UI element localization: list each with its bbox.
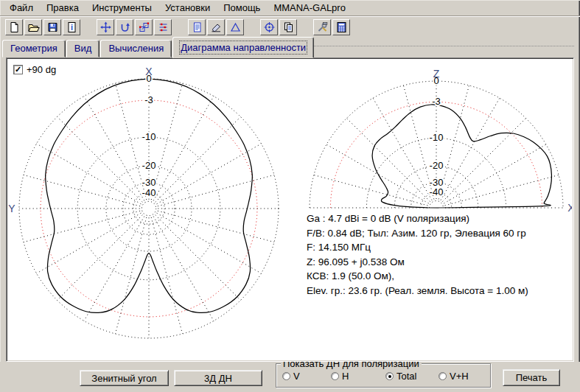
- ring-db-label: -30: [430, 177, 444, 188]
- elevation-pattern: 0-3-10-20-30-40ZX: [310, 68, 572, 214]
- eraser-icon: [210, 21, 223, 33]
- triangle-icon: [229, 21, 242, 33]
- tab-view[interactable]: Вид: [66, 40, 100, 57]
- ring-db-label: -40: [430, 186, 444, 197]
- menu-file[interactable]: Файл: [3, 1, 40, 15]
- azimuth-pattern: 0-3-10-20-30-40XY: [8, 66, 279, 338]
- pattern-panel: 0-3-10-20-30-40XY0-3-10-20-30-40ZX ✓ +90…: [6, 57, 574, 362]
- info-button[interactable]: i: [63, 19, 80, 35]
- new-file-button[interactable]: [5, 19, 23, 35]
- plus90-checkbox-row: ✓ +90 dg: [13, 64, 56, 75]
- erase-button[interactable]: [207, 19, 225, 35]
- footer-bar: Зенитный угол 3Д ДН Показать ДН для поля…: [0, 362, 580, 392]
- copy-icon: [282, 21, 295, 33]
- ring-db-label: -10: [142, 131, 156, 142]
- radio-polarization-vh[interactable]: V+H: [439, 371, 469, 382]
- toolbar: i: [0, 18, 580, 37]
- plus90-checkbox[interactable]: ✓: [13, 65, 23, 74]
- radio-polarization-v[interactable]: V: [282, 371, 300, 382]
- open-folder-icon: [27, 21, 40, 33]
- info-swr: КСВ: 1.9 (50.0 Ом),: [307, 269, 572, 284]
- view-document-button[interactable]: [188, 19, 206, 35]
- radiation-pattern-plots: 0-3-10-20-30-40XY0-3-10-20-30-40ZX: [8, 60, 572, 360]
- menu-bar: Файл Правка Инструменты Установки Помощь…: [0, 0, 580, 15]
- move-arrows-icon: [99, 21, 112, 33]
- resize-icon: [138, 21, 150, 33]
- info-icon: i: [66, 21, 78, 33]
- calculator-icon: [335, 21, 348, 33]
- copy-button[interactable]: [279, 19, 297, 35]
- tools-button[interactable]: [313, 19, 331, 35]
- radio-total-circle[interactable]: [385, 372, 394, 380]
- ring-db-label: -3: [144, 94, 153, 105]
- info-fb-ratio: F/B: 0.84 dB; Тыл: Азим. 120 гр, Элеваци…: [307, 226, 572, 241]
- resize-button[interactable]: [135, 19, 153, 35]
- rotate-button[interactable]: [116, 19, 133, 35]
- axis-label-top: X: [145, 66, 153, 77]
- radio-h-circle[interactable]: [331, 372, 339, 380]
- radio-polarization-h[interactable]: H: [331, 371, 349, 382]
- triangle-button[interactable]: [226, 19, 244, 35]
- move-button[interactable]: [97, 19, 114, 35]
- calculate-button[interactable]: [332, 19, 350, 35]
- info-gain: Ga : 4.7 dBi = 0 dB (V поляризация): [307, 211, 572, 226]
- new-file-icon: [8, 21, 21, 33]
- svg-text:i: i: [70, 23, 72, 32]
- ring-db-label: -20: [430, 160, 444, 171]
- radio-polarization-total[interactable]: Total: [385, 371, 416, 382]
- ring-db-label: -3: [432, 96, 441, 107]
- save-floppy-icon: [46, 21, 59, 33]
- 3d-pattern-button[interactable]: 3Д ДН: [174, 370, 262, 386]
- polarization-groupbox: Показать ДН для поляризации V H Total V+…: [276, 363, 491, 388]
- info-impedance: Z: 96.095 + j0.538 Ом: [307, 255, 572, 270]
- open-file-button[interactable]: [24, 19, 42, 35]
- target-icon: [263, 21, 276, 33]
- document-icon: [191, 21, 203, 33]
- wire-list-icon: [157, 21, 170, 33]
- zenith-angle-button[interactable]: Зенитный угол: [80, 370, 169, 386]
- radio-v-circle[interactable]: [282, 372, 290, 380]
- plus90-checkbox-label: +90 dg: [27, 64, 56, 75]
- menu-mmana-galpro[interactable]: MMANA-GALpro: [267, 1, 352, 15]
- tab-radiation-pattern[interactable]: Диаграмма направленности: [172, 37, 314, 58]
- menu-tools[interactable]: Инструменты: [85, 1, 158, 15]
- wire-edit-button[interactable]: [154, 19, 172, 35]
- menu-separator: [0, 15, 580, 17]
- menu-edit[interactable]: Правка: [40, 1, 85, 15]
- axis-label-left: Y: [8, 203, 15, 214]
- rotate-icon: [119, 21, 131, 33]
- tools-icon: [316, 21, 329, 33]
- ring-db-label: -40: [142, 187, 156, 198]
- result-info-block: Ga : 4.7 dBi = 0 dB (V поляризация) F/B:…: [307, 211, 572, 298]
- radio-vh-circle[interactable]: [439, 372, 447, 380]
- tab-geometry[interactable]: Геометрия: [2, 40, 66, 57]
- pattern-curve: [372, 105, 551, 208]
- ring-db-label: -30: [142, 177, 156, 188]
- menu-help[interactable]: Помощь: [217, 1, 267, 15]
- ring-db-label: -20: [142, 160, 156, 171]
- info-elevation: Elev. гр.: 23.6 гр. (Реал. земля. Высота…: [307, 284, 572, 298]
- info-frequency: F: 14.150 МГц: [307, 240, 572, 255]
- tab-strip-edge: [312, 46, 574, 46]
- menu-setup[interactable]: Установки: [158, 1, 217, 15]
- tab-calculations[interactable]: Вычисления: [100, 40, 172, 57]
- print-button[interactable]: Печать: [503, 369, 560, 386]
- mmana-gal-window: Файл Правка Инструменты Установки Помощь…: [0, 0, 580, 392]
- save-file-button[interactable]: [43, 19, 61, 35]
- ring-db-label: -10: [430, 132, 444, 143]
- tab-strip: Геометрия Вид Вычисления Диаграмма напра…: [2, 36, 315, 57]
- center-target-button[interactable]: [260, 19, 278, 35]
- axis-label-top: Z: [433, 68, 440, 80]
